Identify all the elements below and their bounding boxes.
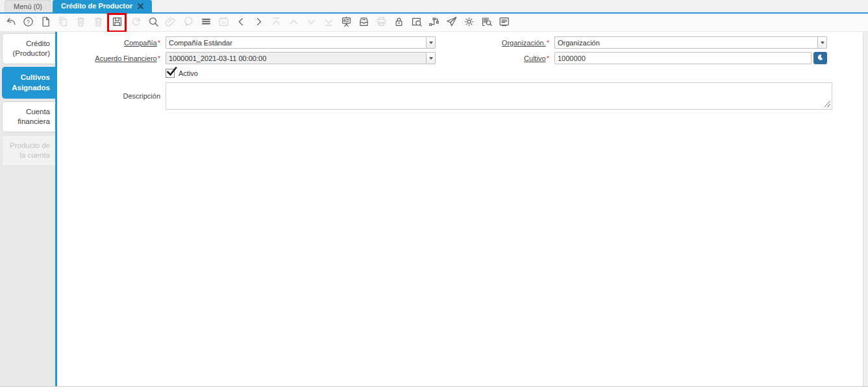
acuerdo-financiero-label: Acuerdo Financiero*: [57, 55, 166, 62]
svg-text:?: ?: [27, 18, 30, 25]
acuerdo-financiero-combobox: [166, 52, 436, 64]
send-button[interactable]: [445, 16, 458, 29]
trash-icon: [75, 16, 87, 30]
compania-label: Compañía*: [57, 39, 166, 47]
sidebar-item-label: Crédito (Productor): [12, 40, 50, 57]
compania-input[interactable]: [166, 36, 426, 49]
organizacion-label: Organización.*: [441, 39, 554, 47]
toolbar: ? 31: [0, 14, 868, 32]
grid-view-button[interactable]: [199, 16, 212, 29]
window-tab-bar: Menú (0) Crédito de Productor: [0, 0, 868, 14]
barcode-search-icon: [480, 16, 493, 30]
bottom-strip: [0, 386, 868, 390]
parent-record-button[interactable]: [287, 16, 300, 29]
form-row: Descripción: [57, 82, 863, 110]
tab-credito-de-productor[interactable]: Crédito de Productor: [53, 0, 152, 12]
first-record-button[interactable]: [269, 16, 282, 29]
chevron-down-line-icon: [323, 16, 335, 30]
archive-icon: [358, 16, 370, 30]
save-highlight-annotation: [110, 16, 123, 29]
activo-checkbox[interactable]: [166, 69, 175, 78]
close-tab-icon[interactable]: [138, 3, 143, 9]
save-button[interactable]: [110, 16, 123, 29]
previous-record-button[interactable]: [234, 16, 247, 29]
sidebar-item-label: Cultivos Asignados: [12, 73, 50, 91]
chevron-right-icon: [253, 16, 265, 30]
paper-plane-icon: [445, 16, 458, 30]
trash-icon: [92, 16, 105, 30]
sidebar-item-label: Cuenta financiera: [18, 108, 50, 125]
cultivo-input[interactable]: [554, 52, 812, 64]
paperclip-icon: [165, 16, 177, 30]
refresh-button[interactable]: [129, 16, 142, 29]
required-marker: *: [547, 55, 549, 62]
report-button[interactable]: [340, 16, 353, 29]
compania-dropdown-button[interactable]: [426, 36, 436, 49]
chat-icon: [182, 16, 195, 30]
chevron-left-icon: [235, 16, 247, 30]
cultivo-lookup-button[interactable]: [813, 52, 827, 64]
compania-combobox: [166, 36, 436, 49]
content-area: Crédito (Productor) Cultivos Asignados C…: [0, 32, 868, 386]
help-button[interactable]: ?: [21, 16, 34, 29]
chevron-down-icon: [305, 16, 317, 30]
descripcion-label: Descripción: [57, 92, 166, 100]
form-row: Acuerdo Financiero* Cultivo*: [57, 52, 863, 64]
search-lookup-icon: [817, 53, 824, 63]
lock-icon: [393, 16, 405, 30]
archive-button[interactable]: [357, 16, 370, 29]
sidebar-item-credito-productor[interactable]: Crédito (Productor): [2, 33, 55, 64]
required-marker: *: [158, 55, 160, 62]
descripcion-textarea[interactable]: [166, 82, 832, 110]
tab-menu[interactable]: Menú (0): [5, 0, 51, 12]
print-preview-button[interactable]: [497, 16, 510, 29]
private-record-lock-button[interactable]: [392, 16, 405, 29]
organizacion-dropdown-button[interactable]: [817, 36, 827, 49]
workflow-button[interactable]: [427, 16, 440, 29]
delete-selection-button[interactable]: [92, 16, 105, 29]
required-marker: *: [547, 39, 549, 47]
detail-record-button[interactable]: [304, 16, 317, 29]
sidebar-item-cuenta-financiera[interactable]: Cuenta financiera: [2, 101, 55, 132]
help-icon: ?: [22, 16, 34, 30]
acuerdo-financiero-input[interactable]: [166, 52, 426, 64]
last-record-button[interactable]: [322, 16, 335, 29]
save-icon: [111, 16, 123, 30]
attachment-button[interactable]: [164, 16, 177, 29]
chevron-up-icon: [288, 16, 300, 30]
undo-button[interactable]: [4, 16, 17, 29]
report-icon: [498, 16, 510, 30]
form-row: Compañía* Organización.*: [57, 36, 863, 49]
organizacion-combobox: [554, 36, 827, 49]
preferences-button[interactable]: [462, 16, 475, 29]
dropdown-arrow-icon: [429, 57, 433, 60]
vertical-scrollbar[interactable]: [863, 32, 868, 386]
document-search-icon: [410, 16, 423, 30]
gear-icon: [463, 16, 475, 30]
new-document-icon: [40, 16, 52, 30]
next-record-button[interactable]: [252, 16, 265, 29]
rows-icon: [200, 16, 212, 30]
sidebar-item-producto-de-la-cuenta: Producto de la cuenta: [2, 135, 55, 166]
copy-record-button[interactable]: [56, 16, 69, 29]
search-icon: [147, 16, 160, 30]
tab-menu-label: Menú (0): [14, 1, 42, 13]
undo-icon: [5, 16, 17, 30]
calendar-button[interactable]: 31: [217, 16, 230, 29]
find-button[interactable]: [147, 16, 160, 29]
copy-icon: [57, 16, 69, 30]
organizacion-input[interactable]: [554, 36, 817, 49]
chevron-up-line-icon: [270, 16, 282, 30]
acuerdo-financiero-dropdown-button[interactable]: [426, 52, 436, 64]
form-panel: Compañía* Organización.* Acuerdo Fina: [57, 32, 863, 386]
zoom-across-button[interactable]: [410, 16, 423, 29]
product-info-button[interactable]: [480, 16, 493, 29]
sidebar-item-cultivos-asignados[interactable]: Cultivos Asignados: [2, 67, 55, 98]
svg-text:31: 31: [221, 21, 226, 25]
application-window: Menú (0) Crédito de Productor ? 31: [0, 0, 868, 390]
new-record-button[interactable]: [39, 16, 52, 29]
delete-record-button[interactable]: [74, 16, 87, 29]
chat-button[interactable]: [182, 16, 195, 29]
print-button[interactable]: [375, 16, 388, 29]
form-row: Activo: [57, 67, 863, 79]
